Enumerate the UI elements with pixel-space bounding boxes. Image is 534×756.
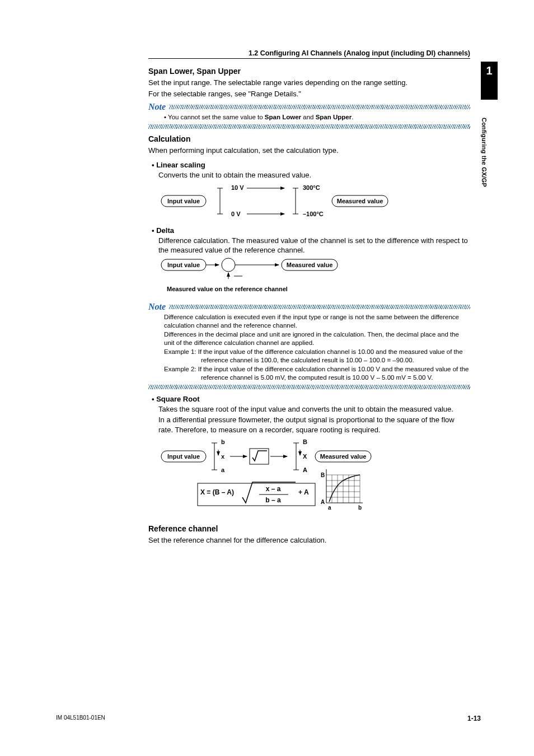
svg-text:a: a xyxy=(221,466,225,473)
svg-text:0 V: 0 V xyxy=(231,211,241,217)
svg-point-19 xyxy=(222,258,235,272)
note2-body: Difference calculation is executed even … xyxy=(148,313,470,382)
sqrt-p1: Takes the square root of the input value… xyxy=(148,404,470,414)
svg-text:B: B xyxy=(303,438,307,445)
sqrt-diagram: Input value b x a B X A Measured value X… xyxy=(158,438,427,520)
span-p1: Set the input range. The selectable rang… xyxy=(148,78,470,88)
svg-text:Input value: Input value xyxy=(167,262,200,268)
chapter-number: 1 xyxy=(481,62,498,100)
svg-text:300°C: 300°C xyxy=(303,184,320,191)
delta-p1: Difference calculation. The measured val… xyxy=(148,236,470,255)
svg-text:x: x xyxy=(221,453,225,460)
page-number: 1-13 xyxy=(467,715,481,722)
svg-text:x – a: x – a xyxy=(266,485,281,493)
svg-text:A: A xyxy=(321,499,325,505)
note-label: Note xyxy=(148,302,166,312)
linear-p1: Converts the unit to obtain the measured… xyxy=(148,170,470,180)
section-header: 1.2 Configuring AI Channels (Analog inpu… xyxy=(148,49,470,59)
note-hatch-bottom xyxy=(148,385,470,389)
svg-text:b: b xyxy=(358,505,362,511)
svg-text:a: a xyxy=(328,505,331,511)
ref-p1: Set the reference channel for the differ… xyxy=(148,535,470,545)
svg-text:10 V: 10 V xyxy=(231,184,244,191)
calc-p1: When performing input calculation, set t… xyxy=(148,146,470,156)
note1-body: • You cannot set the same value to Span … xyxy=(148,113,470,122)
sqrt-p2: In a differential pressure flowmeter, th… xyxy=(148,415,470,435)
sqrt-title: Square Root xyxy=(148,395,470,403)
calc-title: Calculation xyxy=(148,134,470,143)
delta-title: Delta xyxy=(148,226,470,235)
ref-title: Reference channel xyxy=(148,524,470,533)
page-footer: IM 04L51B01-01EN 1-13 xyxy=(56,715,481,722)
svg-text:Input value: Input value xyxy=(167,453,200,460)
svg-text:Measured value: Measured value xyxy=(287,262,333,268)
chapter-tab: 1 Configuring the GX/GP xyxy=(481,62,498,200)
svg-text:Input value: Input value xyxy=(167,198,200,204)
note1-header: Note xyxy=(148,102,470,112)
chapter-title: Configuring the GX/GP xyxy=(481,100,488,200)
svg-text:X: X xyxy=(303,453,307,460)
svg-text:X = (B – A): X = (B – A) xyxy=(200,488,234,496)
svg-text:–100°C: –100°C xyxy=(303,211,324,217)
note2-header: Note xyxy=(148,302,470,312)
note-hatch xyxy=(169,105,470,109)
page-content: 1.2 Configuring AI Channels (Analog inpu… xyxy=(148,49,470,546)
svg-text:Measured value: Measured value xyxy=(337,198,383,204)
svg-text:B: B xyxy=(321,472,325,478)
note-label: Note xyxy=(148,102,166,112)
svg-text:b – a: b – a xyxy=(265,496,281,504)
note-hatch xyxy=(169,305,470,309)
doc-id: IM 04L51B01-01EN xyxy=(56,715,105,722)
svg-text:Measured value on the referenc: Measured value on the reference channel xyxy=(167,286,288,292)
span-p2: For the selectable ranges, see "Range De… xyxy=(148,89,470,99)
span-title: Span Lower, Span Upper xyxy=(148,67,470,76)
note-hatch-bottom xyxy=(148,124,470,129)
linear-title: Linear scaling xyxy=(148,161,470,169)
delta-diagram: Input value Measured value Measured valu… xyxy=(158,256,394,298)
svg-text:Measured value: Measured value xyxy=(320,453,367,460)
svg-text:b: b xyxy=(221,438,225,445)
svg-text:+ A: + A xyxy=(298,488,309,496)
svg-text:A: A xyxy=(303,466,307,473)
linear-diagram: Input value 10 V 0 V 300°C –100°C Measur… xyxy=(158,181,394,221)
